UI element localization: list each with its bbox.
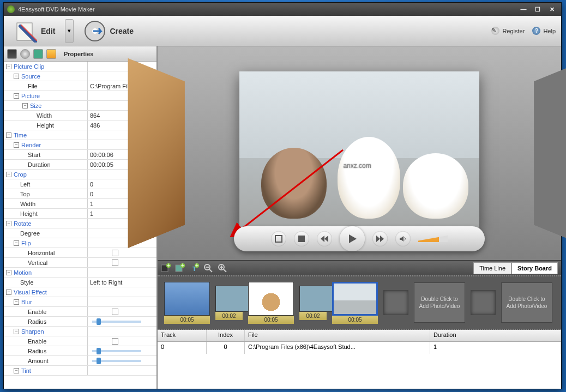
storyboard-tab[interactable]: Story Board bbox=[511, 262, 558, 274]
toggle-rotate[interactable]: − bbox=[6, 221, 11, 226]
clip-2[interactable]: 00:05 bbox=[248, 282, 294, 324]
preview-stage: anxz.com bbox=[158, 46, 561, 260]
blur-radius-slider[interactable] bbox=[92, 321, 141, 323]
register-icon: ✎ bbox=[491, 27, 499, 35]
playback-controls bbox=[234, 226, 485, 251]
zoom-in-icon[interactable] bbox=[218, 263, 227, 273]
timeline-toolbar: + + T+ Time Line Story Board bbox=[158, 260, 561, 275]
edit-icon bbox=[15, 20, 38, 43]
storyboard[interactable]: 00:05 00:02 00:05 00:02 00:05 Double Cli… bbox=[158, 275, 561, 330]
clip-1[interactable]: 00:05 bbox=[164, 282, 210, 324]
toggle-time[interactable]: − bbox=[6, 132, 11, 138]
toggle-tint[interactable]: − bbox=[14, 368, 19, 373]
col-index[interactable]: Index bbox=[207, 330, 245, 341]
col-duration[interactable]: Duration bbox=[430, 330, 561, 341]
col-track[interactable]: Track bbox=[158, 330, 207, 341]
volume-button[interactable] bbox=[395, 231, 411, 246]
track-table-header: Track Index File Duration bbox=[158, 330, 561, 342]
col-file[interactable]: File bbox=[245, 330, 430, 341]
maximize-button[interactable]: ☐ bbox=[532, 4, 544, 14]
next-clip-preview bbox=[534, 58, 566, 248]
kitten-image-1 bbox=[261, 148, 327, 219]
svg-line-16 bbox=[209, 269, 212, 272]
app-window: 4Easysoft DVD Movie Maker — ☐ ✕ Edit ▾ C… bbox=[3, 2, 562, 389]
next-button[interactable] bbox=[372, 231, 388, 246]
tab-disc-icon[interactable] bbox=[20, 49, 30, 59]
tab-filmstrip-icon[interactable] bbox=[7, 49, 17, 59]
help-button[interactable]: ? Help bbox=[532, 27, 556, 35]
edit-button[interactable]: Edit bbox=[9, 17, 61, 45]
toggle-source[interactable]: − bbox=[14, 74, 19, 79]
toggle-blur[interactable]: − bbox=[14, 299, 19, 305]
create-label: Create bbox=[110, 27, 134, 35]
add-video-icon[interactable]: + bbox=[161, 263, 171, 273]
transition-empty-1[interactable] bbox=[383, 290, 408, 315]
add-placeholder-1[interactable]: Double Click to Add Photo/Video bbox=[414, 282, 465, 323]
edit-dropdown[interactable]: ▾ bbox=[65, 19, 74, 43]
stop-button[interactable] bbox=[294, 231, 309, 246]
right-area: anxz.com + + T+ Time bbox=[158, 46, 561, 389]
toggle-size[interactable]: − bbox=[22, 103, 28, 108]
register-button[interactable]: ✎ Register bbox=[491, 27, 525, 35]
sharpen-radius-slider[interactable] bbox=[92, 350, 141, 352]
flip-vertical-checkbox[interactable] bbox=[112, 260, 118, 266]
svg-rect-4 bbox=[275, 236, 282, 242]
edit-label: Edit bbox=[41, 27, 55, 35]
window-title: 4Easysoft DVD Movie Maker bbox=[18, 6, 515, 13]
toggle-visual-effect[interactable]: − bbox=[6, 290, 11, 295]
transition-1[interactable]: 00:02 bbox=[215, 286, 243, 320]
toggle-picture[interactable]: − bbox=[14, 93, 19, 99]
panel-tabs: Properties bbox=[4, 46, 156, 62]
app-logo-icon bbox=[7, 5, 15, 13]
toggle-flip[interactable]: − bbox=[14, 240, 19, 246]
help-icon: ? bbox=[532, 27, 540, 35]
fullscreen-button[interactable] bbox=[271, 231, 286, 246]
svg-text:+: + bbox=[181, 263, 184, 268]
svg-text:+: + bbox=[195, 263, 198, 268]
toggle-picture-clip[interactable]: − bbox=[6, 64, 11, 69]
toggle-motion[interactable]: − bbox=[6, 270, 11, 275]
kitten-image-3 bbox=[403, 153, 468, 219]
add-placeholder-2[interactable]: Double Click to Add Photo/Video bbox=[501, 282, 552, 323]
zoom-out-icon[interactable] bbox=[203, 263, 213, 273]
play-button[interactable] bbox=[340, 226, 365, 251]
svg-rect-5 bbox=[298, 236, 305, 242]
kitten-image-2 bbox=[338, 137, 400, 219]
transition-empty-2[interactable] bbox=[471, 290, 496, 315]
svg-line-19 bbox=[224, 269, 226, 272]
add-text-icon[interactable]: T+ bbox=[189, 263, 199, 273]
prev-clip-preview bbox=[128, 58, 185, 248]
main-preview[interactable] bbox=[239, 71, 479, 230]
minimize-button[interactable]: — bbox=[517, 4, 529, 14]
motion-style-value[interactable]: Left to Right bbox=[88, 278, 156, 287]
tab-folder-icon[interactable] bbox=[46, 49, 56, 59]
table-row[interactable]: 0 0 C:\Program Files (x86)\4Easysoft Stu… bbox=[158, 342, 561, 354]
volume-slider[interactable] bbox=[418, 236, 448, 242]
blur-enable-checkbox[interactable] bbox=[112, 309, 118, 315]
svg-text:+: + bbox=[167, 263, 170, 268]
transition-2[interactable]: 00:02 bbox=[299, 286, 327, 320]
track-table: Track Index File Duration 0 0 C:\Program… bbox=[158, 330, 561, 389]
add-image-icon[interactable]: + bbox=[175, 263, 185, 273]
create-button[interactable]: Create bbox=[78, 17, 139, 45]
main-toolbar: Edit ▾ Create ✎ Register ? Help bbox=[4, 16, 561, 46]
titlebar[interactable]: 4Easysoft DVD Movie Maker — ☐ ✕ bbox=[4, 3, 561, 16]
panel-title: Properties bbox=[64, 51, 93, 57]
toggle-sharpen[interactable]: − bbox=[14, 329, 19, 334]
create-icon bbox=[83, 20, 106, 43]
flip-horizontal-checkbox[interactable] bbox=[112, 250, 118, 256]
toggle-crop[interactable]: − bbox=[6, 172, 11, 177]
close-button[interactable]: ✕ bbox=[546, 4, 558, 14]
clip-3-selected[interactable]: 00:05 bbox=[332, 282, 378, 324]
timeline-tab[interactable]: Time Line bbox=[473, 262, 511, 274]
prev-button[interactable] bbox=[317, 231, 332, 246]
sharpen-enable-checkbox[interactable] bbox=[112, 338, 118, 345]
tab-image-icon[interactable] bbox=[33, 49, 43, 59]
sharpen-amount-slider[interactable] bbox=[92, 360, 141, 362]
toggle-render[interactable]: − bbox=[14, 142, 19, 148]
